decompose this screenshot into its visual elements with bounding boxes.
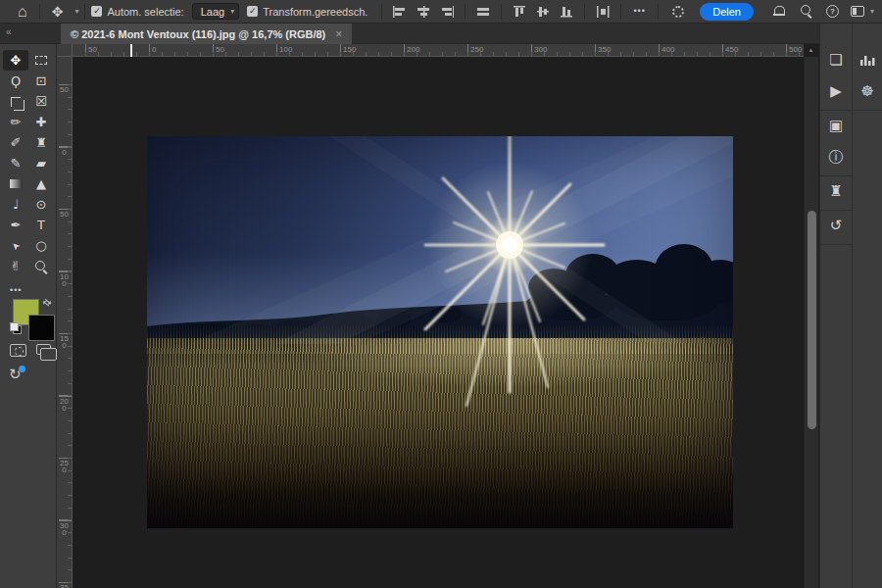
separator — [620, 4, 621, 20]
align-left-edges-icon[interactable] — [393, 6, 407, 18]
document-image[interactable] — [147, 136, 733, 528]
object-selection-icon: ⊡ — [36, 74, 47, 87]
h-ruler-label: 200 — [407, 45, 419, 54]
align-horizontal-centers-icon[interactable] — [416, 6, 430, 18]
actions-panel-icon[interactable]: ▶ — [824, 80, 848, 102]
scrollbar-thumb[interactable] — [808, 211, 816, 429]
align-vertical-centers-icon[interactable] — [476, 6, 490, 18]
auto-select-target-value: Laag — [201, 6, 224, 18]
sync-notification-icon[interactable]: ↻ — [9, 366, 22, 383]
hand-tool[interactable]: ✌ — [3, 256, 28, 276]
chevron-down-icon[interactable]: ▾ — [870, 7, 874, 16]
object-selection-tool[interactable]: ⊡ — [28, 71, 54, 91]
move-tool[interactable]: ✥ — [3, 50, 28, 71]
document-tab[interactable]: © 2021-6 Mont Ventoux (116).jpg @ 16,7% … — [61, 24, 352, 44]
h-ruler-label: 450 — [725, 45, 738, 54]
h-ruler-label: 50 — [216, 45, 224, 54]
align-right-edges-icon[interactable] — [440, 6, 454, 18]
rectangular-marquee-tool[interactable] — [28, 50, 54, 71]
ellipse-shape-tool[interactable]: ○ — [28, 235, 54, 256]
h-ruler-label: 400 — [662, 45, 674, 54]
healing-brush-icon: ✚ — [36, 116, 47, 128]
v-ruler-label: 0 — [60, 149, 69, 156]
collapse-toolbar-icon[interactable]: « — [6, 26, 12, 37]
history-brush-icon: ✎ — [11, 157, 22, 170]
clone-stamp-tool[interactable]: ♜ — [28, 132, 54, 153]
navigator-panel-icon[interactable]: ☸ — [856, 80, 879, 102]
separator — [465, 4, 466, 20]
default-colors-icon[interactable] — [10, 322, 22, 334]
burn-tool[interactable]: ⊙ — [28, 194, 54, 215]
quick-mask-button[interactable] — [10, 344, 26, 357]
screen-mode-button[interactable] — [36, 344, 51, 355]
libraries-panel-icon[interactable]: ▣ — [824, 115, 848, 136]
v-ruler-label: 300 — [60, 522, 69, 536]
auto-select-target-dropdown[interactable]: Laag ▾ — [192, 3, 240, 20]
bell-icon[interactable] — [773, 6, 785, 17]
dock-group: ❏▶ — [820, 45, 852, 111]
distribute-vertical-centers-icon[interactable] — [536, 6, 550, 18]
brush-tool[interactable]: ✐ — [3, 132, 28, 153]
vertical-scrollbar[interactable] — [804, 57, 818, 588]
clone-stamp-icon: ♜ — [35, 136, 47, 149]
separator — [584, 4, 585, 20]
gradient-tool[interactable] — [3, 173, 28, 194]
close-icon[interactable]: × — [335, 27, 342, 41]
frame-tool[interactable]: ☒ — [28, 91, 54, 112]
scroll-up-icon[interactable]: ▲ — [804, 43, 818, 57]
chevron-down-icon[interactable]: ▾ — [74, 7, 78, 16]
distribute-bottom-edges-icon[interactable] — [560, 6, 573, 18]
histogram-panel-icon[interactable] — [856, 49, 879, 71]
lasso-tool[interactable]: Ϙ — [3, 71, 28, 91]
document-tab-title: © 2021-6 Mont Ventoux (116).jpg @ 16,7% … — [71, 28, 325, 40]
share-button[interactable]: Delen — [700, 3, 754, 21]
move-tool-icon[interactable]: ✥ — [46, 5, 70, 19]
type-tool[interactable]: T — [28, 215, 54, 235]
history-brush-tool[interactable]: ✎ — [3, 153, 28, 173]
help-icon[interactable]: ? — [826, 5, 839, 18]
tool-grid: ✥Ϙ⊡☒✏✚✐♜✎▰▲♩⊙✒T➤○✌ — [3, 50, 54, 276]
healing-brush-tool[interactable]: ✚ — [28, 112, 54, 132]
distribute-top-edges-icon[interactable] — [513, 6, 526, 18]
background-color-swatch[interactable] — [28, 315, 55, 341]
gear-icon[interactable] — [672, 6, 684, 18]
separator — [501, 4, 502, 20]
info-panel-icon[interactable]: ⓘ — [824, 146, 848, 168]
layer-comps-panel-icon[interactable]: ❏ — [824, 49, 848, 71]
edit-toolbar-icon[interactable]: ••• — [10, 285, 22, 295]
home-icon[interactable]: ⌂ — [12, 4, 33, 20]
tools-panel: ✥Ϙ⊡☒✏✚✐♜✎▰▲♩⊙✒T➤○✌ ••• ⇄ ↻ — [0, 44, 57, 588]
separator — [39, 4, 40, 20]
history-panel-icon[interactable]: ↺ — [824, 215, 848, 236]
zoom-tool[interactable] — [28, 256, 54, 276]
auto-select-checkbox[interactable]: ✓ — [91, 6, 102, 17]
sharpen-tool[interactable]: ▲ — [28, 173, 54, 194]
transform-controls-label: Transform.gereedsch. — [263, 6, 368, 18]
search-icon[interactable] — [801, 5, 813, 18]
clone-source-panel-icon[interactable]: ♜ — [824, 180, 848, 202]
pen-tool[interactable]: ✒ — [3, 215, 28, 235]
swap-colors-icon[interactable]: ⇄ — [40, 296, 53, 310]
dock-column-1: ❏▶▣ⓘ♜↺ — [820, 24, 852, 588]
zoom-icon — [35, 261, 47, 272]
dodge-tool[interactable]: ♩ — [3, 194, 28, 215]
separator — [84, 4, 85, 20]
ruler-position-marker — [130, 44, 132, 57]
eraser-tool[interactable]: ▰ — [28, 153, 54, 173]
workspace-icon[interactable] — [851, 6, 864, 17]
auto-select-label: Autom. selectie: — [107, 6, 183, 18]
canvas-area[interactable] — [73, 57, 804, 588]
eyedropper-icon: ✏ — [11, 116, 22, 128]
distribute-horizontally-icon[interactable] — [596, 6, 610, 18]
eyedropper-tool[interactable]: ✏ — [3, 112, 28, 132]
path-selection-tool[interactable]: ➤ — [3, 235, 28, 256]
eraser-icon: ▰ — [36, 157, 46, 170]
transform-controls-checkbox[interactable]: ✓ — [247, 6, 258, 17]
histogram-panel-icon — [860, 55, 875, 66]
crop-tool[interactable] — [3, 91, 28, 112]
more-options-icon[interactable]: ••• — [627, 7, 651, 16]
dock-group: ↺ — [820, 211, 852, 245]
v-ruler-label: 50 — [60, 211, 69, 218]
photo-grass-glow — [147, 338, 733, 456]
move-icon: ✥ — [11, 54, 22, 67]
